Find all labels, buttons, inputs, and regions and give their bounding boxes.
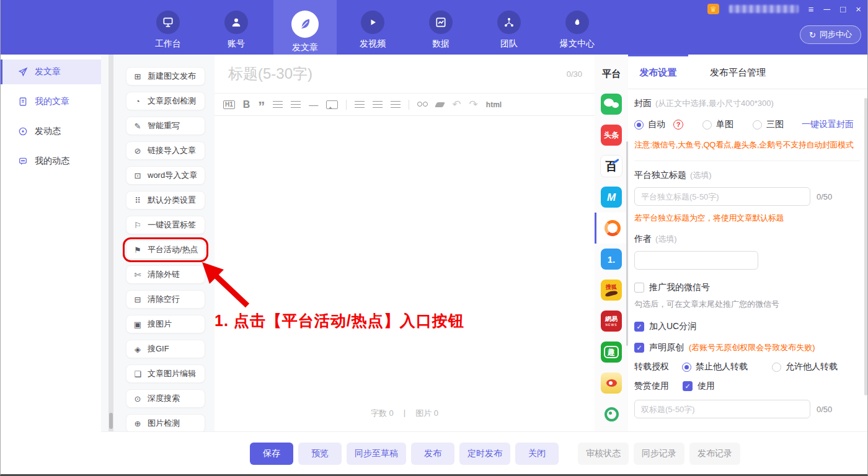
platform-weibo[interactable] xyxy=(595,368,628,399)
sidebar-item-my-moments[interactable]: 我的动态 xyxy=(1,149,101,174)
tool-set-tags-button[interactable]: ⚐一键设置标签 xyxy=(126,216,205,234)
nav-tab-account[interactable]: 账号 xyxy=(211,0,261,63)
insert-image-icon[interactable] xyxy=(326,100,338,109)
nav-label: 账号 xyxy=(211,38,261,50)
tool-search-image-button[interactable]: ▣搜图片 xyxy=(126,315,205,333)
clear-format-icon[interactable] xyxy=(435,102,445,107)
weibo-icon xyxy=(601,372,622,394)
cover-label: 封面 xyxy=(634,98,652,109)
publish-record-button[interactable]: 发布记录 xyxy=(689,443,740,465)
top-bar: ♛ ≡ ─ □ × 工作台 账号 发文章 xyxy=(1,0,867,55)
radio-auto[interactable] xyxy=(634,120,644,130)
help-icon[interactable]: ? xyxy=(673,120,683,130)
platform-sohu[interactable]: 搜狐 xyxy=(595,275,628,306)
redo-icon[interactable]: ↷ xyxy=(469,99,478,110)
workbench-icon xyxy=(156,11,180,34)
radio-allow-repost[interactable] xyxy=(772,363,781,372)
one-click-cover-link[interactable]: 一键设置封面 xyxy=(802,119,854,130)
platform-green-eye[interactable] xyxy=(595,399,628,430)
blockquote-icon[interactable]: ” xyxy=(258,104,265,110)
sidebar-item-publish-article[interactable]: 发文章 xyxy=(1,60,101,84)
platform-wechat[interactable] xyxy=(595,89,628,120)
align-right-icon[interactable] xyxy=(391,101,401,108)
settings-scrollbar[interactable] xyxy=(864,98,867,395)
tool-search-gif-button[interactable]: ◈搜GIF xyxy=(126,340,205,358)
blue-m-icon: M xyxy=(601,187,622,208)
tool-new-article-button[interactable]: ⊞新建图文发布 xyxy=(126,67,205,86)
tools-scrollbar[interactable] xyxy=(108,55,113,431)
article-title-input[interactable] xyxy=(227,64,560,83)
nav-tab-hot-center[interactable]: 爆文中心 xyxy=(552,0,602,63)
tool-originality-check-button[interactable]: ◔文章原创检测 xyxy=(126,92,205,110)
radio-forbid-repost[interactable] xyxy=(682,363,691,372)
tool-link-import-button[interactable]: ⊘链接导入文章 xyxy=(126,141,205,160)
tab-publish-settings[interactable]: 发布设置 xyxy=(628,55,688,89)
close-button[interactable]: 关闭 xyxy=(515,443,559,465)
tool-image-check-button[interactable]: ⊕图片检测 xyxy=(126,414,205,431)
double-title-input[interactable] xyxy=(634,400,810,418)
uc-share-checkbox[interactable]: ✓ xyxy=(634,322,644,332)
heading-icon[interactable]: H1 xyxy=(223,100,235,109)
minimize-icon[interactable]: ─ xyxy=(824,4,831,14)
review-status-button[interactable]: 审核状态 xyxy=(578,443,629,465)
tool-clear-external-links-button[interactable]: ✄清除外链 xyxy=(126,265,205,284)
platform-blue-m[interactable]: M xyxy=(595,182,628,213)
close-icon[interactable]: × xyxy=(856,4,861,14)
platform-title-input[interactable] xyxy=(634,187,810,206)
original-checkbox[interactable]: ✓ xyxy=(634,343,644,353)
feather-pen-icon xyxy=(291,11,319,38)
unordered-list-icon[interactable] xyxy=(291,101,301,108)
reward-checkbox[interactable]: ✓ xyxy=(683,381,693,391)
record-actions: 审核状态 同步记录 发布记录 xyxy=(578,443,740,465)
bold-icon[interactable]: B xyxy=(243,100,250,110)
nav-tab-data[interactable]: 数据 xyxy=(416,0,466,63)
align-center-icon[interactable] xyxy=(373,101,383,108)
platform-qutoutiao[interactable]: 趣 xyxy=(595,337,628,368)
promote-checkbox[interactable] xyxy=(634,283,644,293)
platform-title-warning: 若平台独立标题为空，将使用文章默认标题 xyxy=(634,213,860,224)
ordered-list-icon[interactable] xyxy=(273,101,283,108)
save-button[interactable]: 保存 xyxy=(250,443,293,465)
undo-icon[interactable]: ↶ xyxy=(452,99,461,110)
author-input-row xyxy=(634,251,860,270)
scrollbar-thumb[interactable] xyxy=(109,413,113,429)
sync-record-button[interactable]: 同步记录 xyxy=(634,443,684,465)
preview-button[interactable]: 预览 xyxy=(298,443,342,465)
radio-three-images[interactable] xyxy=(753,120,762,130)
tab-platform-management[interactable]: 发布平台管理 xyxy=(688,56,787,89)
tool-platform-activity-button[interactable]: ⚑平台活动/热点 xyxy=(126,240,205,259)
platform-toutiao[interactable]: 头条 xyxy=(595,120,628,151)
tool-default-category-button[interactable]: ⠿默认分类设置 xyxy=(126,191,205,209)
nav-tab-workbench[interactable]: 工作台 xyxy=(143,0,193,63)
uc-share-row: ✓ 加入UC分润 xyxy=(634,321,860,332)
sync-draft-button[interactable]: 同步至草稿 xyxy=(347,443,406,465)
author-input[interactable] xyxy=(634,251,758,270)
sidebar-item-publish-moment[interactable]: 发动态 xyxy=(1,119,101,144)
tool-word-import-button[interactable]: ⊡word导入文章 xyxy=(126,166,205,185)
platform-yidian[interactable]: 1. xyxy=(595,244,628,275)
nav-tab-team[interactable]: 团队 xyxy=(484,0,534,63)
sync-center-button[interactable]: ↻ 同步中心 xyxy=(800,25,861,44)
align-left-icon[interactable] xyxy=(355,101,365,108)
nav-tab-publish-video[interactable]: 发视频 xyxy=(348,0,397,63)
sidebar-item-my-articles[interactable]: 我的文章 xyxy=(1,89,101,114)
forbid-repost-label: 禁止他人转载 xyxy=(696,361,748,372)
menu-icon[interactable]: ≡ xyxy=(808,4,814,14)
html-source-icon[interactable]: html xyxy=(486,101,502,108)
find-replace-icon[interactable] xyxy=(417,102,428,107)
horizontal-rule-icon[interactable]: — xyxy=(309,100,318,109)
clock-icon: ◔ xyxy=(133,97,142,105)
platform-uc-selected[interactable] xyxy=(595,213,628,244)
tool-deep-search-button[interactable]: ⊙深度搜索 xyxy=(126,389,205,408)
compass-icon: ⊘ xyxy=(133,147,142,155)
platform-baijiahao[interactable]: 百 xyxy=(595,151,628,182)
maximize-icon[interactable]: □ xyxy=(840,4,846,14)
scheduled-publish-button[interactable]: 定时发布 xyxy=(459,443,510,465)
publish-button[interactable]: 发布 xyxy=(411,443,454,465)
tool-image-edit-button[interactable]: ❏文章图片编辑 xyxy=(126,364,205,383)
tool-smart-rewrite-button[interactable]: ✎智能重写 xyxy=(126,117,205,135)
platform-netease[interactable]: 網易NEWS xyxy=(595,306,628,337)
refresh-icon: ↻ xyxy=(809,30,816,40)
tool-clear-empty-lines-button[interactable]: ⊟清除空行 xyxy=(126,290,205,309)
radio-single-image[interactable] xyxy=(702,120,712,130)
